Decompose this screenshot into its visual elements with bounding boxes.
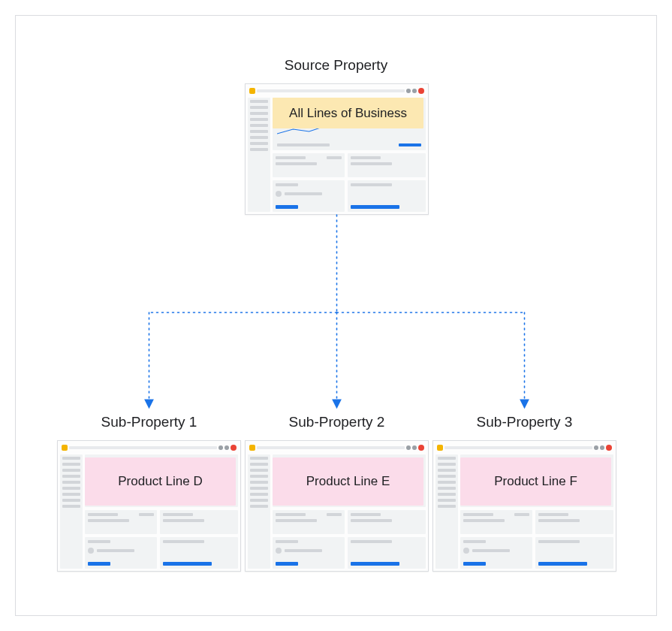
analytics-logo-icon: [437, 445, 443, 451]
avatar-icon: [418, 445, 424, 451]
sub-property-3-label: Product Line F: [460, 457, 611, 506]
dot-icon: [218, 445, 223, 450]
dot-icon: [412, 445, 417, 450]
avatar-icon: [231, 445, 237, 451]
source-property-label: All Lines of Business: [273, 98, 423, 128]
analytics-logo-icon: [249, 88, 255, 94]
analytics-logo-icon: [62, 445, 68, 451]
diagram-canvas: Source Property Sub-Property 1 Sub-Prope…: [15, 15, 657, 616]
sub-property-2-label: Product Line E: [273, 457, 423, 506]
dot-icon: [594, 445, 598, 450]
dot-icon: [406, 89, 411, 93]
sub-property-2-heading: Sub-Property 2: [245, 414, 429, 430]
sub-property-1-label: Product Line D: [85, 457, 236, 506]
avatar-icon: [606, 445, 612, 451]
dot-icon: [406, 445, 411, 450]
avatar-icon: [418, 88, 424, 94]
sub-property-2-card: Product Line E: [245, 440, 429, 572]
dot-icon: [412, 89, 417, 93]
sub-property-3-heading: Sub-Property 3: [432, 414, 616, 430]
sub-property-3-card: Product Line F: [432, 440, 616, 572]
dot-icon: [600, 445, 604, 450]
source-property-card: All Lines of Business: [245, 83, 429, 215]
analytics-logo-icon: [249, 445, 255, 451]
source-property-heading: Source Property: [285, 57, 387, 74]
sub-property-1-card: Product Line D: [57, 440, 241, 572]
dot-icon: [225, 445, 229, 450]
sub-property-1-heading: Sub-Property 1: [57, 414, 241, 430]
